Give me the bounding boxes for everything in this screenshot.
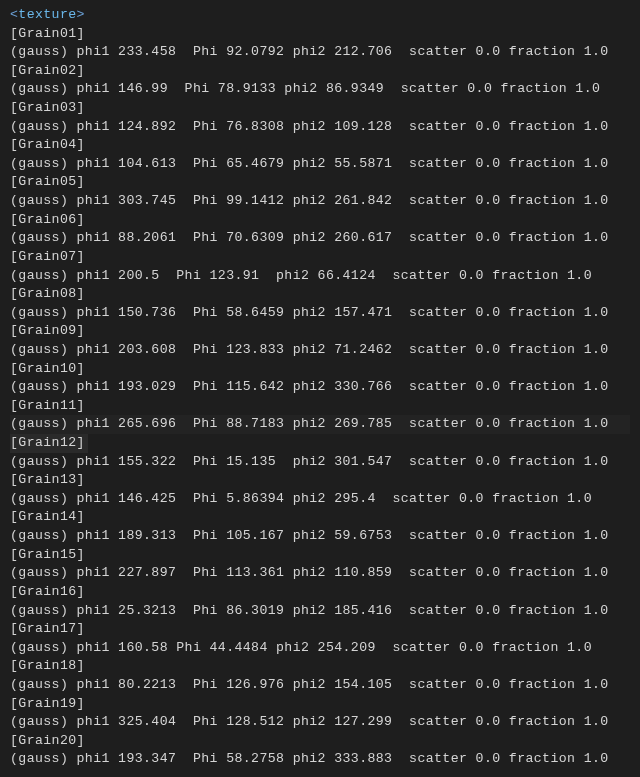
grain-header-row: [Grain11] [10, 397, 630, 416]
grain-header-row: [Grain09] [10, 322, 630, 341]
grain-data-line: (gauss) phi1 265.696 Phi 88.7183 phi2 26… [10, 415, 630, 434]
grain-header: [Grain04] [10, 137, 85, 152]
grain-header: [Grain11] [10, 398, 85, 413]
grain-data-line: (gauss) phi1 124.892 Phi 76.8308 phi2 10… [10, 118, 630, 137]
grain-header-row: [Grain06] [10, 211, 630, 230]
grain-header-row: [Grain04] [10, 136, 630, 155]
grain-data-line: (gauss) phi1 193.347 Phi 58.2758 phi2 33… [10, 750, 630, 769]
grain-header: [Grain09] [10, 323, 85, 338]
grain-header-row: [Grain15] [10, 546, 630, 565]
grain-data-line: (gauss) phi1 146.99 Phi 78.9133 phi2 86.… [10, 80, 630, 99]
grain-header: [Grain10] [10, 361, 85, 376]
grain-data-line: (gauss) phi1 303.745 Phi 99.1412 phi2 26… [10, 192, 630, 211]
grain-header: [Grain13] [10, 472, 85, 487]
grain-data-line: (gauss) phi1 88.2061 Phi 70.6309 phi2 26… [10, 229, 630, 248]
grain-data-line: (gauss) phi1 25.3213 Phi 86.3019 phi2 18… [10, 602, 630, 621]
grain-header-row: [Grain01] [10, 25, 630, 44]
grain-header-row: [Grain14] [10, 508, 630, 527]
grain-header: [Grain19] [10, 696, 85, 711]
grain-data-line: (gauss) phi1 146.425 Phi 5.86394 phi2 29… [10, 490, 630, 509]
grain-data-line: (gauss) phi1 200.5 Phi 123.91 phi2 66.41… [10, 267, 630, 286]
grain-header: [Grain05] [10, 174, 85, 189]
grain-header: [Grain08] [10, 286, 85, 301]
grain-data-line: (gauss) phi1 227.897 Phi 113.361 phi2 11… [10, 564, 630, 583]
grain-header: [Grain20] [10, 733, 85, 748]
grain-header-row: [Grain13] [10, 471, 630, 490]
grain-header: [Grain15] [10, 547, 85, 562]
grain-data-line: (gauss) phi1 203.608 Phi 123.833 phi2 71… [10, 341, 630, 360]
grain-header: [Grain06] [10, 212, 85, 227]
grain-header-row: [Grain07] [10, 248, 630, 267]
grain-header: [Grain02] [10, 63, 85, 78]
grain-header-row: [Grain19] [10, 695, 630, 714]
grain-header-row: [Grain05] [10, 173, 630, 192]
angle-close-icon: > [77, 7, 85, 22]
grain-header-row: [Grain02] [10, 62, 630, 81]
grain-header-row: [Grain20] [10, 732, 630, 751]
texture-open-tag: <texture> [10, 6, 630, 25]
grain-data-line: (gauss) phi1 160.58 Phi 44.4484 phi2 254… [10, 639, 630, 658]
grain-header: [Grain17] [10, 621, 85, 636]
grain-header-row: [Grain12] [10, 434, 630, 453]
grain-header-row: [Grain08] [10, 285, 630, 304]
grain-header-row: [Grain03] [10, 99, 630, 118]
grain-header-row: [Grain17] [10, 620, 630, 639]
grain-header: [Grain03] [10, 100, 85, 115]
grain-header: [Grain07] [10, 249, 85, 264]
grain-header: [Grain16] [10, 584, 85, 599]
grain-data-line: (gauss) phi1 150.736 Phi 58.6459 phi2 15… [10, 304, 630, 323]
tag-texture-name: texture [18, 7, 76, 22]
grain-data-line: (gauss) phi1 325.404 Phi 128.512 phi2 12… [10, 713, 630, 732]
grain-header: [Grain12] [10, 434, 88, 453]
grain-data-line: (gauss) phi1 104.613 Phi 65.4679 phi2 55… [10, 155, 630, 174]
grain-data-line: (gauss) phi1 233.458 Phi 92.0792 phi2 21… [10, 43, 630, 62]
grain-data-line: (gauss) phi1 193.029 Phi 115.642 phi2 33… [10, 378, 630, 397]
grain-data-line: (gauss) phi1 189.313 Phi 105.167 phi2 59… [10, 527, 630, 546]
grain-header-row: [Grain16] [10, 583, 630, 602]
grain-header-row: [Grain18] [10, 657, 630, 676]
grain-header: [Grain14] [10, 509, 85, 524]
code-view[interactable]: <texture>[Grain01](gauss) phi1 233.458 P… [10, 6, 630, 769]
grain-data-line: (gauss) phi1 155.322 Phi 15.135 phi2 301… [10, 453, 630, 472]
grain-header: [Grain01] [10, 26, 85, 41]
grain-header-row: [Grain10] [10, 360, 630, 379]
grain-data-line: (gauss) phi1 80.2213 Phi 126.976 phi2 15… [10, 676, 630, 695]
grain-header: [Grain18] [10, 658, 85, 673]
